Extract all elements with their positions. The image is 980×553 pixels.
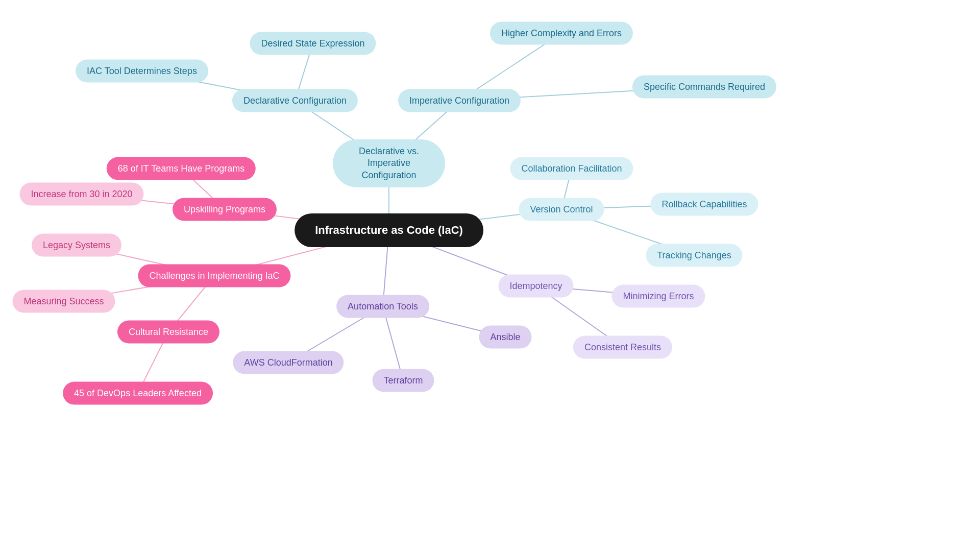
node-devops: 45 of DevOps Leaders Affected [63, 382, 213, 405]
node-specific-commands: Specific Commands Required [632, 76, 776, 99]
node-higher-complexity: Higher Complexity and Errors [490, 22, 633, 45]
node-terraform: Terraform [372, 369, 434, 392]
node-version-control: Version Control [519, 198, 604, 221]
node-legacy: Legacy Systems [32, 234, 121, 257]
node-challenges: Challenges in Implementing IaC [138, 265, 290, 287]
node-minimizing: Minimizing Errors [611, 285, 705, 308]
node-imperative-config: Imperative Configuration [398, 89, 521, 112]
node-iac-tool: IAC Tool Determines Steps [76, 60, 208, 83]
node-central: Infrastructure as Code (IaC) [295, 213, 483, 247]
node-declarative-config: Declarative Configuration [232, 89, 358, 112]
node-collaboration: Collaboration Facilitation [510, 157, 633, 180]
node-desired-state: Desired State Expression [250, 32, 376, 55]
mind-map: Infrastructure as Code (IaC) Declarative… [0, 0, 980, 553]
node-cultural: Cultural Resistance [117, 321, 219, 344]
node-ansible: Ansible [479, 326, 531, 349]
node-it-teams: 68 of IT Teams Have Programs [107, 157, 256, 180]
node-aws: AWS CloudFormation [233, 351, 344, 374]
node-consistent: Consistent Results [573, 336, 672, 359]
node-tracking: Tracking Changes [646, 244, 742, 267]
node-automation: Automation Tools [336, 295, 429, 318]
node-rollback: Rollback Capabilities [650, 193, 758, 216]
node-increase: Increase from 30 in 2020 [19, 183, 143, 206]
node-decl-vs-imp: Declarative vs. Imperative Configuration [333, 139, 445, 187]
node-measuring: Measuring Success [12, 290, 115, 313]
node-upskilling: Upskilling Programs [173, 198, 277, 221]
node-idempotency: Idempotency [498, 275, 573, 298]
